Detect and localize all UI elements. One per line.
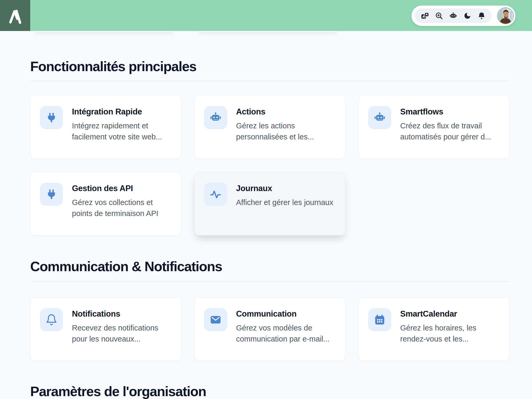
robot-icon <box>204 106 227 129</box>
zoom-in-icon <box>435 12 443 20</box>
translate-button[interactable] <box>420 10 430 21</box>
card-description: Gérez les horaires, les rendez-vous et l… <box>400 322 500 344</box>
assistant-button[interactable] <box>448 10 458 21</box>
zoom-button[interactable] <box>434 10 444 21</box>
card-title: SmartCalendar <box>400 309 500 319</box>
robot-icon <box>449 12 457 20</box>
section-divider <box>30 281 509 282</box>
mountain-logo-icon <box>5 5 26 26</box>
plug-icon <box>40 183 63 206</box>
card-description: Recevez des notifications pour les nouve… <box>72 322 171 344</box>
plug-icon <box>40 106 63 129</box>
translate-icon <box>421 12 429 20</box>
section-divider <box>30 81 509 81</box>
card-integration-rapide[interactable]: Intégration Rapide Intégrez rapidement e… <box>30 95 181 159</box>
section-title: Communication & Notifications <box>30 259 222 274</box>
bell-icon <box>478 12 486 20</box>
app-logo[interactable] <box>0 0 30 31</box>
card-title: Smartflows <box>400 107 500 117</box>
card-notifications[interactable]: Notifications Recevez des notifications … <box>30 297 181 361</box>
avatar-photo <box>497 7 514 24</box>
card-description: Afficher et gérer les journaux <box>236 197 333 208</box>
dark-mode-button[interactable] <box>462 10 473 21</box>
card-actions[interactable]: Actions Gérez les actions personnalisées… <box>194 95 345 159</box>
card-gestion-des-api[interactable]: Gestion des API Gérez vos collections et… <box>30 172 181 235</box>
app-header <box>0 0 532 31</box>
card-description: Gérez vos modèles de communication par e… <box>236 322 336 344</box>
card-description: Créez des flux de travail automatisés po… <box>400 120 500 142</box>
mail-icon <box>204 308 227 331</box>
card-description: Intégrez rapidement et facilement votre … <box>72 120 171 142</box>
bell-icon <box>40 308 63 331</box>
card-title: Intégration Rapide <box>72 107 171 117</box>
notifications-button[interactable] <box>476 10 487 21</box>
header-toolbar <box>411 6 515 26</box>
moon-icon <box>463 12 471 20</box>
section-title: Paramètres de l'organisation <box>30 384 206 399</box>
card-smartcalendar[interactable]: SmartCalendar Gérez les horaires, les re… <box>358 297 509 361</box>
card-title: Communication <box>236 309 336 319</box>
card-journaux[interactable]: Journaux Afficher et gérer les journaux <box>194 172 345 235</box>
activity-icon <box>204 183 227 206</box>
toolbar-icon-group <box>415 8 492 23</box>
section-title: Fonctionnalités principales <box>30 59 196 74</box>
card-title: Gestion des API <box>72 184 171 193</box>
user-avatar[interactable] <box>497 7 514 24</box>
card-smartflows[interactable]: Smartflows Créez des flux de travail aut… <box>358 95 509 159</box>
card-title: Actions <box>236 107 336 117</box>
card-description: Gérez vos collections et points de termi… <box>72 197 171 219</box>
card-description: Gérez les actions personnalisées et les.… <box>236 120 336 142</box>
calendar-icon <box>368 308 391 331</box>
robot-icon <box>368 106 391 129</box>
card-title: Journaux <box>236 184 333 193</box>
card-communication[interactable]: Communication Gérez vos modèles de commu… <box>194 297 345 361</box>
page: Fonctionnalités principales Intégration … <box>0 0 532 399</box>
card-title: Notifications <box>72 309 171 319</box>
